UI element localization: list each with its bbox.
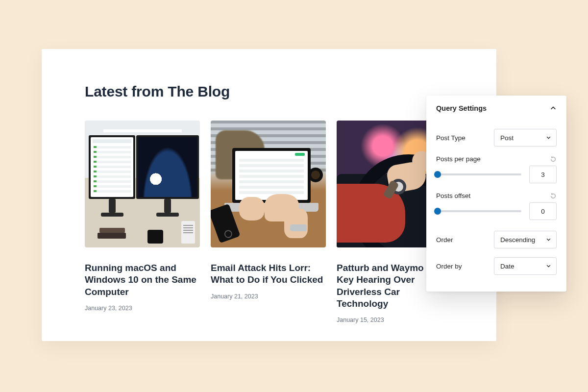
slider-thumb[interactable]: [434, 208, 441, 215]
posts-offset-label: Posts offset: [436, 192, 470, 199]
order-select[interactable]: Descending: [494, 231, 557, 248]
reset-icon[interactable]: [550, 156, 557, 163]
order-value: Descending: [500, 236, 535, 244]
post-type-value: Post: [500, 134, 514, 142]
chevron-down-icon: [546, 263, 551, 270]
chevron-down-icon: [546, 236, 551, 244]
post-date: January 23, 2023: [85, 305, 200, 312]
post-date: January 21, 2023: [211, 293, 326, 300]
order-by-select[interactable]: Date: [494, 257, 557, 275]
post-title: Email Attack Hits Lorr: What to Do if Yo…: [211, 262, 326, 286]
chevron-up-icon: [550, 105, 557, 112]
chevron-down-icon: [546, 134, 551, 142]
posts-offset-slider[interactable]: [436, 210, 521, 212]
order-by-label: Order by: [436, 263, 462, 270]
post-card[interactable]: Email Attack Hits Lorr: What to Do if Yo…: [211, 121, 326, 323]
query-settings-panel: Query Settings Post Type Post Posts per …: [426, 96, 566, 292]
post-type-select[interactable]: Post: [494, 129, 557, 147]
posts-offset-input[interactable]: 0: [529, 202, 557, 220]
post-thumbnail: [85, 121, 200, 247]
post-thumbnail: [211, 121, 326, 247]
order-label: Order: [436, 236, 453, 244]
post-date: January 15, 2023: [337, 317, 452, 323]
slider-thumb[interactable]: [434, 171, 441, 178]
post-title: Running macOS and Windows 10 on the Same…: [85, 262, 200, 298]
panel-header[interactable]: Query Settings: [436, 104, 557, 123]
post-card[interactable]: Running macOS and Windows 10 on the Same…: [85, 121, 200, 323]
posts-per-page-label: Posts per page: [436, 155, 481, 163]
reset-icon[interactable]: [550, 193, 557, 199]
posts-per-page-input[interactable]: 3: [529, 166, 557, 183]
order-by-value: Date: [500, 263, 514, 270]
post-type-label: Post Type: [436, 134, 466, 142]
posts-per-page-slider[interactable]: [436, 173, 521, 175]
section-title: Latest from The Blog: [85, 83, 453, 100]
post-cards: Running macOS and Windows 10 on the Same…: [85, 121, 453, 323]
panel-title: Query Settings: [436, 104, 487, 112]
